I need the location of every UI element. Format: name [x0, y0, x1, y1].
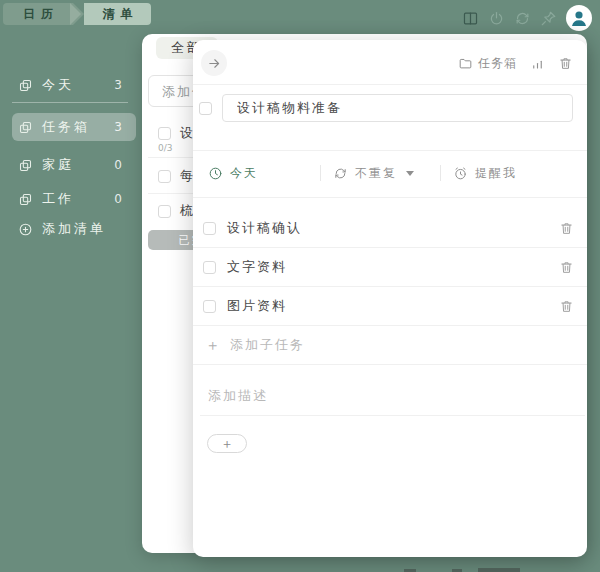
task-row[interactable]: 梳 [158, 200, 195, 222]
repeat-dropdown[interactable]: 不重复 [333, 163, 414, 183]
task-complete-checkbox[interactable] [199, 102, 212, 115]
reminder-label: 提醒我 [475, 165, 517, 182]
meta-separator [440, 165, 441, 181]
subtask-row[interactable]: 文字资料 [193, 248, 587, 287]
reminder-button[interactable]: 提醒我 [453, 163, 517, 183]
sidebar-item-label: 任务箱 [42, 118, 114, 136]
task-checkbox[interactable] [158, 205, 171, 218]
pin-icon[interactable] [540, 10, 557, 27]
section-divider [193, 197, 587, 198]
sidebar-item-count: 0 [114, 192, 122, 206]
sidebar-item-label: 家庭 [42, 156, 114, 174]
sidebar-item-count: 3 [114, 120, 122, 134]
section-divider [193, 84, 587, 85]
add-subtask-label: 添加子任务 [230, 336, 305, 354]
sidebar-item-work[interactable]: 工作 0 [0, 187, 140, 211]
sidebar-item-today[interactable]: 今天 3 [0, 73, 140, 97]
subtask-title: 设计稿确认 [227, 219, 302, 237]
trash-icon[interactable] [559, 299, 574, 314]
sidebar-divider [12, 102, 128, 103]
list-icon [18, 78, 33, 93]
tab-chevron-icon [73, 3, 84, 25]
sidebar-item-count: 0 [114, 158, 122, 172]
sidebar-item-family[interactable]: 家庭 0 [0, 153, 140, 177]
cutoff-artifact [478, 568, 520, 572]
window-controls [462, 5, 592, 31]
trash-icon[interactable] [558, 56, 573, 71]
trash-icon[interactable] [559, 260, 574, 275]
subtask-list: 设计稿确认 文字资料 图片资料 ＋ 添加子任务 [193, 209, 587, 365]
task-checkbox[interactable] [158, 127, 171, 140]
sidebar-add-list-button[interactable]: 添加清单 [0, 217, 140, 241]
sync-icon[interactable] [514, 10, 531, 27]
user-avatar[interactable] [566, 5, 592, 31]
sidebar-item-label: 今天 [42, 76, 114, 94]
section-divider [193, 150, 587, 151]
list-icon [18, 192, 33, 207]
subtask-row[interactable]: 设计稿确认 [193, 209, 587, 248]
chevron-down-icon [406, 171, 414, 176]
plus-circle-icon [18, 222, 33, 237]
task-detail-panel: 任务箱 今天 不重复 提醒我 [193, 40, 587, 557]
subtask-checkbox[interactable] [203, 300, 216, 313]
list-icon [18, 120, 33, 135]
power-icon[interactable] [488, 10, 505, 27]
split-view-icon[interactable] [462, 10, 479, 27]
description-input[interactable] [201, 382, 577, 408]
subtask-title: 图片资料 [227, 297, 287, 315]
plus-icon: ＋ [205, 336, 220, 355]
stats-icon[interactable] [530, 56, 545, 71]
meta-separator [320, 165, 321, 181]
sidebar-item-taskbox[interactable]: 任务箱 3 [0, 115, 140, 139]
alarm-icon [453, 166, 468, 181]
repeat-icon [333, 166, 348, 181]
collapse-panel-button[interactable] [201, 50, 227, 76]
task-progress: 0/3 [158, 143, 172, 153]
todo-app-window: 日历 清单 今天 3 任务箱 3 家庭 0 [0, 0, 600, 572]
task-title-input[interactable] [222, 94, 573, 122]
folder-icon [458, 56, 473, 71]
due-date-button[interactable]: 今天 [208, 163, 258, 183]
arrow-right-icon [207, 56, 222, 71]
task-meta-row: 今天 不重复 提醒我 [193, 163, 587, 183]
subtask-title: 文字资料 [227, 258, 287, 276]
task-checkbox[interactable] [158, 170, 171, 183]
subtask-checkbox[interactable] [203, 261, 216, 274]
tab-calendar[interactable]: 日历 [3, 3, 73, 25]
sidebar-item-label: 工作 [42, 190, 114, 208]
subtask-row[interactable]: 图片资料 [193, 287, 587, 326]
subtask-checkbox[interactable] [203, 222, 216, 235]
task-row[interactable]: 每 [158, 165, 195, 187]
due-date-label: 今天 [230, 165, 258, 182]
sidebar-add-list-label: 添加清单 [42, 220, 122, 238]
repeat-label: 不重复 [355, 165, 397, 182]
move-to-list-button[interactable]: 任务箱 [458, 55, 517, 72]
trash-icon[interactable] [559, 221, 574, 236]
section-divider [200, 415, 585, 416]
tab-list[interactable]: 清单 [84, 3, 151, 25]
sidebar: 今天 3 任务箱 3 家庭 0 工作 0 添加清单 [0, 30, 140, 572]
add-attachment-button[interactable]: ＋ [207, 434, 247, 453]
detail-header-actions: 任务箱 [458, 55, 573, 72]
list-icon [18, 158, 33, 173]
clock-icon [208, 166, 223, 181]
view-switcher: 日历 清单 [3, 3, 151, 25]
add-subtask-button[interactable]: ＋ 添加子任务 [193, 326, 587, 365]
sidebar-item-count: 3 [114, 78, 122, 92]
current-list-name: 任务箱 [478, 55, 517, 72]
